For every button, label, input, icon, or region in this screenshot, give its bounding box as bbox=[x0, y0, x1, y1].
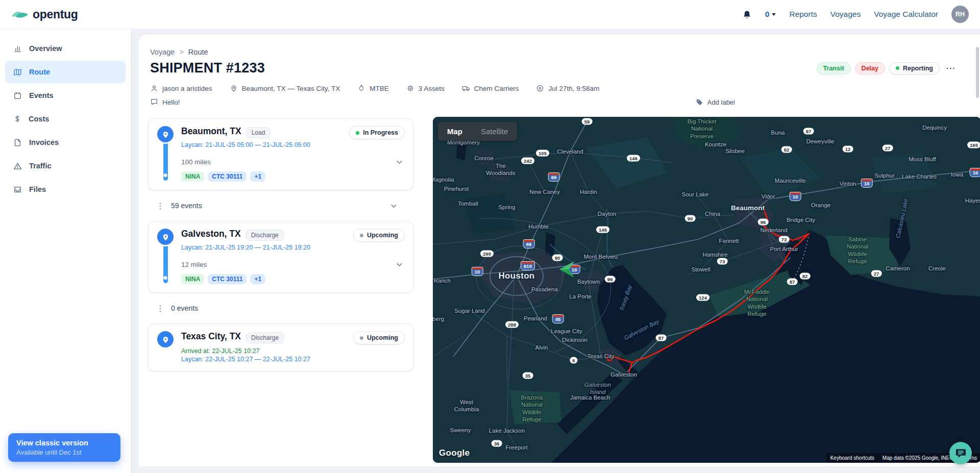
meta-person: jason a aristides bbox=[150, 84, 212, 92]
meta-truck: Chem Carriers bbox=[462, 84, 519, 92]
map-view-button[interactable]: Map bbox=[438, 122, 472, 141]
tag-1[interactable]: +1 bbox=[250, 274, 265, 284]
map-pin-icon bbox=[157, 126, 174, 142]
nav-link-reports[interactable]: Reports bbox=[789, 10, 817, 19]
badge-label: Transit bbox=[823, 65, 844, 72]
tag-ctc-30111[interactable]: CTC 30111 bbox=[208, 274, 247, 284]
timeline-bar bbox=[163, 140, 168, 181]
sidebar-item-events[interactable]: Events bbox=[5, 84, 126, 107]
sidebar-item-invoices[interactable]: Invoices bbox=[5, 131, 126, 154]
events-count-label: 59 events bbox=[171, 202, 202, 210]
drag-handle-icon[interactable]: ⋮ bbox=[156, 201, 164, 211]
tag-ctc-30111[interactable]: CTC 30111 bbox=[208, 171, 247, 182]
expand-events-button[interactable] bbox=[388, 201, 399, 211]
chat-support-button[interactable] bbox=[949, 442, 972, 464]
green-dot bbox=[356, 131, 359, 135]
drag-handle-icon[interactable]: ⋮ bbox=[156, 304, 164, 313]
stop-status-pill: In Progress bbox=[349, 126, 405, 139]
avatar[interactable]: RH bbox=[951, 6, 969, 23]
more-options-button[interactable]: ⋯ bbox=[946, 63, 955, 73]
tag-nina[interactable]: NINA bbox=[181, 274, 204, 284]
stop-body: Beaumont, TXLoadIn ProgressLaycan: 21-JU… bbox=[181, 126, 405, 182]
sidebar-item-traffic[interactable]: Traffic bbox=[5, 155, 126, 177]
stop-head: Beaumont, TXLoadIn Progress bbox=[181, 126, 405, 139]
sidebar-item-costs[interactable]: Costs bbox=[5, 108, 126, 130]
opentug-logo-icon bbox=[11, 9, 29, 20]
notification-count: 0 bbox=[765, 10, 770, 19]
timeline-dot bbox=[164, 276, 167, 280]
arrived-at-text: Arrived at: 22-JUL-25 10:27 bbox=[181, 347, 405, 355]
brand-logo[interactable]: opentug bbox=[11, 8, 78, 21]
notification-count-dropdown[interactable]: 0 bbox=[765, 10, 776, 19]
tag-icon bbox=[696, 98, 703, 106]
distance-text: 12 miles bbox=[181, 261, 207, 268]
stop-name: Texas City, TX bbox=[181, 331, 241, 342]
stop-head: Texas City, TXDischargeUpcoming bbox=[181, 331, 405, 344]
sidebar-item-files[interactable]: Files bbox=[5, 178, 126, 201]
map-data-attribution: Map data ©2025 Google, INEGI bbox=[878, 453, 959, 463]
calendar-icon bbox=[13, 91, 22, 100]
google-logo[interactable]: Google bbox=[439, 448, 470, 458]
shipment-meta-row: jason a aristidesBeaumont, TX — Texas Ci… bbox=[148, 84, 971, 92]
sidebar-item-label: Invoices bbox=[29, 138, 59, 146]
map-container[interactable]: MontgomeryConroeClevelandBunaDequincyKou… bbox=[433, 117, 980, 463]
classic-button-title: View classic version bbox=[16, 439, 112, 447]
status-badge-delay: Delay bbox=[855, 62, 885, 74]
stop-status-label: Upcoming bbox=[367, 232, 398, 239]
note-row: Hello! Add label bbox=[148, 98, 735, 106]
map-pin-icon bbox=[157, 331, 174, 347]
events-row[interactable]: ⋮59 events bbox=[156, 197, 399, 214]
view-classic-version-button[interactable]: View classic version Available until Dec… bbox=[8, 433, 120, 462]
badge-label: Reporting bbox=[903, 65, 933, 72]
laycan-text: Laycan: 21-JUL-25 19:20 — 21-JUL-25 19:2… bbox=[181, 244, 405, 251]
expand-stop-button[interactable] bbox=[394, 259, 405, 270]
bar-chart-icon bbox=[13, 44, 22, 53]
tag-nina[interactable]: NINA bbox=[181, 171, 204, 182]
laycan-text: Laycan: 22-JUL-25 10:27 — 22-JUL-25 10:2… bbox=[181, 356, 405, 363]
notifications-bell-icon[interactable] bbox=[742, 10, 752, 19]
stop-name: Beaumont, TX bbox=[181, 126, 241, 137]
clock-play-icon bbox=[536, 84, 544, 92]
stop-tags: NINACTC 30111+1 bbox=[181, 171, 405, 182]
sidebar-item-route[interactable]: Route bbox=[5, 61, 126, 83]
timeline-dot bbox=[164, 173, 167, 177]
stop-body: Texas City, TXDischargeUpcomingArrived a… bbox=[181, 331, 405, 363]
meta-pin: Beaumont, TX — Texas City, TX bbox=[230, 84, 340, 92]
status-badge-transit: Transit bbox=[817, 62, 851, 74]
breadcrumb-route-link[interactable]: Route bbox=[188, 48, 208, 56]
stop-status-label: Upcoming bbox=[367, 334, 398, 341]
stop-status-label: In Progress bbox=[363, 129, 398, 136]
timeline-bar bbox=[163, 242, 168, 283]
main-panel: Voyage > Route SHIPMENT #1233 TransitDel… bbox=[139, 35, 980, 466]
sidebar-item-label: Files bbox=[29, 185, 46, 193]
tag-1[interactable]: +1 bbox=[250, 171, 265, 182]
page-scrollbar[interactable] bbox=[976, 47, 979, 98]
badge-label: Delay bbox=[862, 65, 878, 72]
breadcrumb-voyage-link[interactable]: Voyage bbox=[150, 48, 175, 56]
stop-head: Galveston, TXDischargeUpcoming bbox=[181, 229, 405, 242]
inbox-icon bbox=[13, 185, 22, 194]
sidebar-item-overview[interactable]: Overview bbox=[5, 37, 126, 60]
events-row[interactable]: ⋮0 events bbox=[156, 300, 399, 317]
map-canvas[interactable] bbox=[433, 117, 980, 463]
chat-bubble-icon bbox=[955, 447, 967, 459]
meta-text: Jul 27th, 9:58am bbox=[548, 85, 599, 92]
laycan-text: Laycan: 21-JUL-25 05:00 — 21-JUL-25 05:0… bbox=[181, 141, 405, 148]
brand-name: opentug bbox=[33, 8, 78, 21]
pin-icon bbox=[230, 84, 238, 92]
stop-name: Galveston, TX bbox=[181, 229, 241, 239]
sidebar-item-label: Overview bbox=[29, 44, 62, 53]
meta-text: MTBE bbox=[370, 85, 389, 92]
nav-link-voyages[interactable]: Voyages bbox=[830, 10, 861, 19]
keyboard-shortcuts-button[interactable]: Keyboard shortcuts bbox=[826, 453, 878, 463]
stop-sub-row: 100 miles bbox=[181, 157, 405, 167]
stop-marker bbox=[157, 126, 174, 182]
satellite-view-button[interactable]: Satellite bbox=[472, 122, 517, 141]
nav-link-voyage-calculator[interactable]: Voyage Calculator bbox=[874, 10, 938, 19]
truck-icon bbox=[462, 84, 470, 92]
dollar-icon bbox=[13, 115, 21, 123]
classic-button-subtitle: Available until Dec 1st bbox=[16, 449, 112, 456]
top-header: opentug 0 ReportsVoyagesVoyage Calculato… bbox=[0, 0, 980, 29]
expand-stop-button[interactable] bbox=[394, 157, 405, 167]
add-label-button[interactable]: Add label bbox=[696, 98, 735, 106]
